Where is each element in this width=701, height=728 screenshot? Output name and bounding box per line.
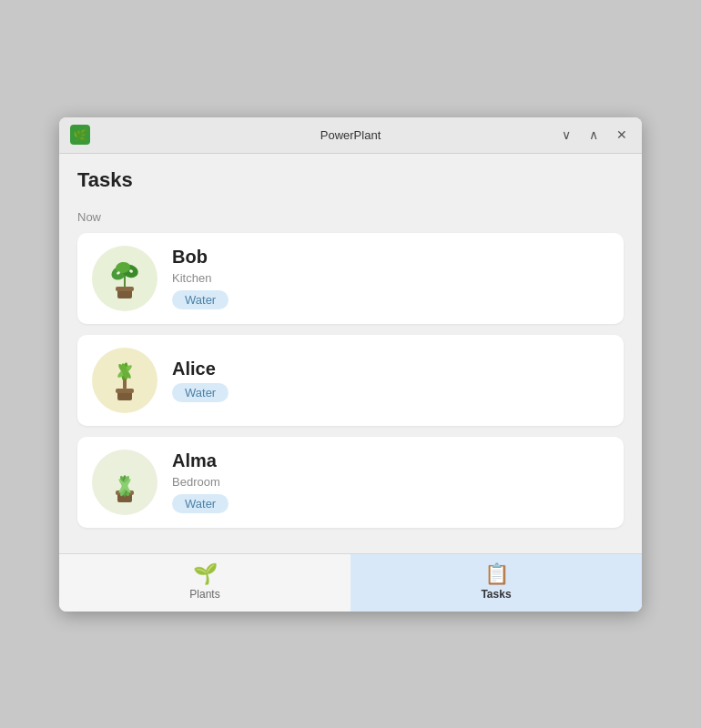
plant-location-bob: Kitchen xyxy=(172,271,229,285)
tasks-tab-icon: 📋 xyxy=(484,564,509,584)
plant-info-alice: Alice Water xyxy=(172,359,229,402)
close-button[interactable]: ✕ xyxy=(613,126,631,143)
page-header: Tasks xyxy=(59,154,642,199)
minimize-button[interactable]: ∨ xyxy=(558,126,574,143)
page-title: Tasks xyxy=(77,168,624,192)
window-title: PowerPlant xyxy=(320,128,381,142)
plant-name-alice: Alice xyxy=(172,359,229,379)
plant-card-alma[interactable]: Alma Bedroom Water xyxy=(77,437,624,528)
plant-card-bob[interactable]: Bob Kitchen Water xyxy=(77,233,624,324)
content-area: Now xyxy=(59,199,642,553)
plant-card-alice[interactable]: Alice Water xyxy=(77,335,624,426)
plant-name-alma: Alma xyxy=(172,450,229,471)
plants-tab-label: Plants xyxy=(189,588,219,601)
plant-avatar-bob xyxy=(92,246,157,311)
titlebar-left: 🌿 xyxy=(70,125,90,145)
plant-avatar-alice xyxy=(92,348,157,413)
maximize-button[interactable]: ∧ xyxy=(585,126,602,143)
task-badge-alice[interactable]: Water xyxy=(172,383,229,402)
plants-tab-icon: 🌱 xyxy=(193,564,218,584)
app-icon: 🌿 xyxy=(70,125,90,145)
task-badge-bob[interactable]: Water xyxy=(172,290,229,309)
tab-tasks[interactable]: 📋 Tasks xyxy=(350,554,642,612)
plant-location-alma: Bedroom xyxy=(172,475,229,489)
tab-plants[interactable]: 🌱 Plants xyxy=(59,554,350,612)
app-window: 🌿 PowerPlant ∨ ∧ ✕ Tasks Now xyxy=(59,117,642,612)
plant-name-bob: Bob xyxy=(172,247,229,268)
titlebar: 🌿 PowerPlant ∨ ∧ ✕ xyxy=(59,117,642,154)
tasks-tab-label: Tasks xyxy=(481,588,511,601)
svg-rect-1 xyxy=(116,287,134,291)
task-badge-alma[interactable]: Water xyxy=(172,494,229,513)
section-label: Now xyxy=(77,210,624,224)
bottom-nav: 🌱 Plants 📋 Tasks xyxy=(59,553,642,612)
titlebar-controls: ∨ ∧ ✕ xyxy=(558,126,631,143)
plant-avatar-alma xyxy=(92,450,157,515)
plant-info-bob: Bob Kitchen Water xyxy=(172,247,229,309)
plant-info-alma: Alma Bedroom Water xyxy=(172,450,229,513)
